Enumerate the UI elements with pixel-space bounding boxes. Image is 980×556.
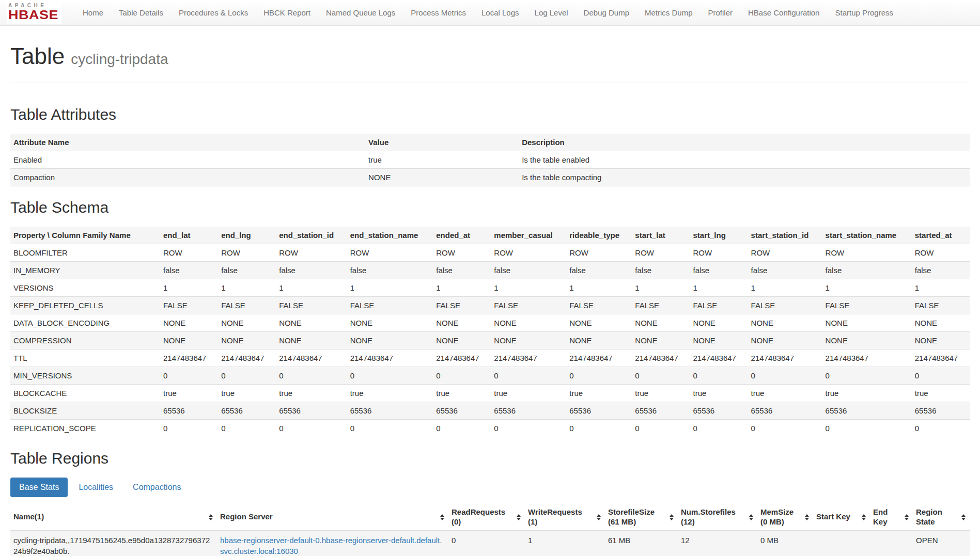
regions-col-memsize-0-mb[interactable]: MemSize (0 MB) xyxy=(757,504,813,530)
schema-property-cell: BLOOMFILTER xyxy=(10,244,160,262)
regions-col-region-state[interactable]: Region State xyxy=(913,504,970,530)
nav-item-procedures-locks[interactable]: Procedures & Locks xyxy=(171,1,256,25)
schema-value-cell: 2147483647 xyxy=(218,350,276,367)
schema-value-cell: NONE xyxy=(347,314,433,332)
regions-tab-compactions[interactable]: Compactions xyxy=(124,478,190,497)
schema-value-cell: 65536 xyxy=(347,402,433,420)
schema-value-cell: 65536 xyxy=(433,402,491,420)
region-num-storefiles-cell: 12 xyxy=(678,530,757,556)
schema-value-cell: 0 xyxy=(632,420,690,437)
region-name-cell: cycling-tripdata,,1719475156245.e95d0a13… xyxy=(10,530,217,556)
schema-value-cell: FALSE xyxy=(822,297,912,314)
schema-value-cell: 65536 xyxy=(748,402,822,420)
attributes-header-row: Attribute NameValueDescription xyxy=(10,134,970,151)
page-container: Tablecycling-tripdata Table Attributes A… xyxy=(0,43,980,556)
regions-col-storefilesize-61-mb[interactable]: StorefileSize (61 MB) xyxy=(605,504,678,530)
nav-items: HomeTable DetailsProcedures & LocksHBCK … xyxy=(75,1,901,25)
schema-value-cell: 0 xyxy=(491,367,566,385)
regions-col-start-key[interactable]: Start Key xyxy=(813,504,870,530)
sort-icon xyxy=(209,514,213,520)
schema-row-replication-scope: REPLICATION_SCOPE000000000000 xyxy=(10,420,970,437)
regions-col-name-1[interactable]: Name(1) xyxy=(10,504,217,530)
nav-item-table-details[interactable]: Table Details xyxy=(111,1,171,25)
schema-value-cell: true xyxy=(276,385,347,402)
schema-value-cell: NONE xyxy=(748,332,822,350)
attributes-col-attribute-name: Attribute Name xyxy=(10,134,365,151)
schema-value-cell: 0 xyxy=(748,367,822,385)
schema-value-cell: 1 xyxy=(690,279,748,297)
schema-family-end-lat: end_lat xyxy=(160,227,218,244)
nav-item-hbck-report[interactable]: HBCK Report xyxy=(256,1,318,25)
nav-item-log-level[interactable]: Log Level xyxy=(527,1,576,25)
schema-value-cell: 0 xyxy=(276,367,347,385)
regions-tabs: Base StatsLocalitiesCompactions xyxy=(10,478,970,497)
hbase-logo[interactable]: APACHE HBASE xyxy=(7,2,61,24)
regions-tab-base-stats[interactable]: Base Stats xyxy=(10,478,68,497)
schema-value-cell: ROW xyxy=(566,244,632,262)
nav-item-metrics-dump[interactable]: Metrics Dump xyxy=(637,1,701,25)
region-server-link[interactable]: hbase-regionserver-default-0.hbase-regio… xyxy=(220,536,442,555)
schema-value-cell: false xyxy=(433,262,491,279)
sort-up-arrow-icon xyxy=(961,514,966,517)
schema-value-cell: true xyxy=(433,385,491,402)
regions-col-label: MemSize (0 MB) xyxy=(760,507,802,527)
regions-col-inner: Start Key xyxy=(816,512,866,522)
schema-value-cell: false xyxy=(690,262,748,279)
sort-down-arrow-icon xyxy=(209,518,213,520)
regions-col-label: Region Server xyxy=(220,512,437,522)
schema-property-cell: COMPRESSION xyxy=(10,332,160,350)
nav-item-hbase-configuration[interactable]: HBase Configuration xyxy=(740,1,827,25)
schema-value-cell: 0 xyxy=(566,420,632,437)
schema-value-cell: false xyxy=(276,262,347,279)
sort-down-arrow-icon xyxy=(749,518,753,520)
schema-row-blockcache: BLOCKCACHEtruetruetruetruetruetruetruetr… xyxy=(10,385,970,402)
region-start-key-cell xyxy=(813,530,870,556)
sort-up-arrow-icon xyxy=(670,514,674,517)
sort-up-arrow-icon xyxy=(440,514,444,517)
regions-col-writerequests-1[interactable]: WriteRequests (1) xyxy=(525,504,605,530)
schema-heading: Table Schema xyxy=(10,199,970,216)
schema-value-cell: 0 xyxy=(276,420,347,437)
nav-item-profiler[interactable]: Profiler xyxy=(701,1,741,25)
regions-col-end-key[interactable]: End Key xyxy=(870,504,913,530)
schema-value-cell: FALSE xyxy=(218,297,276,314)
regions-col-readrequests-0[interactable]: ReadRequests (0) xyxy=(448,504,525,530)
schema-value-cell: true xyxy=(218,385,276,402)
nav-item-local-logs[interactable]: Local Logs xyxy=(474,1,527,25)
attribute-value-cell: true xyxy=(365,151,519,169)
regions-tab-localities[interactable]: Localities xyxy=(70,478,122,497)
schema-value-cell: true xyxy=(347,385,433,402)
schema-value-cell: NONE xyxy=(912,332,970,350)
schema-value-cell: 1 xyxy=(632,279,690,297)
region-row: cycling-tripdata,,1719475156245.e95d0a13… xyxy=(10,530,970,556)
nav-item-debug-dump[interactable]: Debug Dump xyxy=(576,1,637,25)
schema-value-cell: 1 xyxy=(218,279,276,297)
schema-value-cell: false xyxy=(912,262,970,279)
schema-family-rideable-type: rideable_type xyxy=(566,227,632,244)
nav-item-process-metrics[interactable]: Process Metrics xyxy=(403,1,474,25)
schema-value-cell: 2147483647 xyxy=(160,350,218,367)
regions-col-inner: WriteRequests (1) xyxy=(528,507,601,527)
regions-col-num-storefiles-12[interactable]: Num.Storefiles (12) xyxy=(678,504,757,530)
schema-value-cell: true xyxy=(822,385,912,402)
schema-value-cell: NONE xyxy=(160,314,218,332)
sort-up-arrow-icon xyxy=(597,514,601,517)
schema-table: Property \ Column Family Nameend_latend_… xyxy=(10,227,970,437)
schema-value-cell: FALSE xyxy=(632,297,690,314)
schema-property-cell: BLOCKCACHE xyxy=(10,385,160,402)
schema-family-end-station-name: end_station_name xyxy=(347,227,433,244)
schema-value-cell: ROW xyxy=(433,244,491,262)
schema-family-start-station-name: start_station_name xyxy=(822,227,912,244)
schema-value-cell: NONE xyxy=(822,332,912,350)
schema-value-cell: ROW xyxy=(748,244,822,262)
schema-family-start-lat: start_lat xyxy=(632,227,690,244)
logo-hbase-text: HBASE xyxy=(8,9,58,22)
nav-item-startup-progress[interactable]: Startup Progress xyxy=(827,1,901,25)
schema-value-cell: NONE xyxy=(347,332,433,350)
schema-value-cell: 2147483647 xyxy=(491,350,566,367)
schema-value-cell: ROW xyxy=(491,244,566,262)
nav-item-named-queue-logs[interactable]: Named Queue Logs xyxy=(318,1,403,25)
regions-col-region-server[interactable]: Region Server xyxy=(217,504,448,530)
schema-value-cell: 0 xyxy=(822,420,912,437)
nav-item-home[interactable]: Home xyxy=(75,1,111,25)
